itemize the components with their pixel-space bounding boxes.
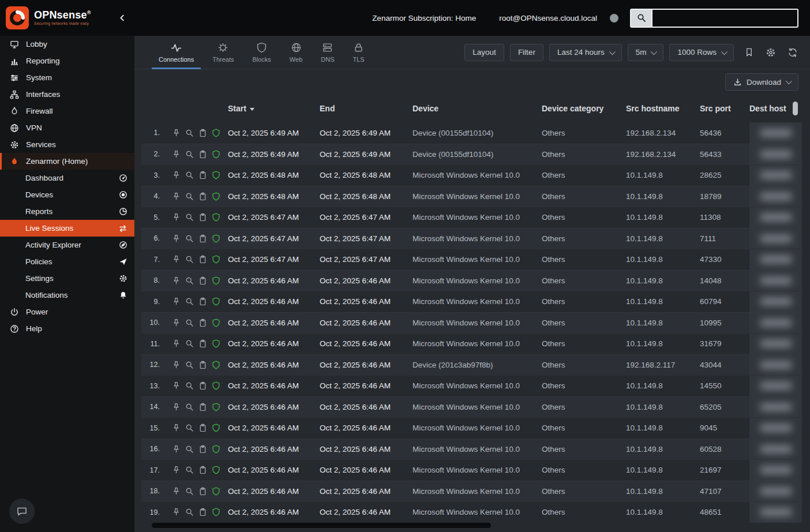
magnifier-icon[interactable] bbox=[185, 318, 194, 328]
column-header-src-port[interactable]: Src port bbox=[700, 104, 749, 113]
search-icon[interactable] bbox=[631, 10, 652, 27]
clipboard-icon[interactable] bbox=[198, 444, 208, 454]
shield-icon[interactable] bbox=[211, 149, 221, 159]
clipboard-icon[interactable] bbox=[198, 318, 208, 328]
chat-bubble-icon[interactable] bbox=[9, 499, 35, 524]
shield-icon[interactable] bbox=[211, 212, 221, 222]
pin-icon[interactable] bbox=[171, 149, 181, 159]
shield-icon[interactable] bbox=[211, 128, 221, 138]
gear-icon[interactable] bbox=[764, 46, 778, 59]
shield-icon[interactable] bbox=[211, 339, 221, 349]
sidebar-subitem-reports[interactable]: Reports bbox=[0, 203, 134, 220]
magnifier-icon[interactable] bbox=[185, 465, 194, 475]
clipboard-icon[interactable] bbox=[198, 297, 208, 306]
table-row[interactable]: 5. Oct 2, 2025 6:47 AM Oct 2, 2025 6:47 … bbox=[141, 207, 802, 228]
magnifier-icon[interactable] bbox=[185, 297, 194, 306]
shield-icon[interactable] bbox=[211, 381, 221, 391]
column-header-src-hostname[interactable]: Src hostname bbox=[626, 104, 700, 113]
shield-icon[interactable] bbox=[211, 486, 221, 496]
sidebar-item-reporting[interactable]: Reporting bbox=[0, 53, 134, 69]
table-row[interactable]: 16. Oct 2, 2025 6:46 AM Oct 2, 2025 6:46… bbox=[141, 439, 802, 460]
tab-connections[interactable]: Connections bbox=[152, 36, 201, 69]
magnifier-icon[interactable] bbox=[185, 170, 194, 180]
shield-icon[interactable] bbox=[211, 507, 221, 517]
clipboard-icon[interactable] bbox=[198, 149, 208, 159]
sidebar-item-interfaces[interactable]: Interfaces bbox=[0, 86, 134, 103]
pin-icon[interactable] bbox=[171, 170, 181, 180]
time-range-dropdown[interactable]: Last 24 hours bbox=[549, 44, 622, 61]
clipboard-icon[interactable] bbox=[198, 360, 208, 370]
pin-icon[interactable] bbox=[171, 339, 181, 349]
table-row[interactable]: 12. Oct 2, 2025 6:46 AM Oct 2, 2025 6:46… bbox=[141, 354, 802, 376]
sidebar-item-power[interactable]: Power bbox=[0, 304, 134, 320]
sidebar-subitem-devices[interactable]: Devices bbox=[0, 186, 134, 203]
table-row[interactable]: 1. Oct 2, 2025 6:49 AM Oct 2, 2025 6:49 … bbox=[141, 122, 802, 144]
filter-button[interactable]: Filter bbox=[510, 44, 543, 61]
table-row[interactable]: 19. Oct 2, 2025 6:46 AM Oct 2, 2025 6:46… bbox=[141, 501, 802, 523]
clipboard-icon[interactable] bbox=[198, 339, 208, 349]
sidebar-item-vpn[interactable]: VPN bbox=[0, 119, 134, 136]
shield-icon[interactable] bbox=[211, 254, 221, 264]
sidebar-subitem-settings[interactable]: Settings bbox=[0, 270, 134, 287]
shield-icon[interactable] bbox=[211, 234, 221, 243]
pin-icon[interactable] bbox=[171, 254, 181, 264]
shield-icon[interactable] bbox=[211, 465, 221, 475]
column-header-start[interactable]: Start bbox=[228, 104, 320, 113]
table-row[interactable]: 4. Oct 2, 2025 6:48 AM Oct 2, 2025 6:48 … bbox=[141, 186, 802, 207]
pin-icon[interactable] bbox=[171, 486, 181, 496]
tab-blocks[interactable]: Blocks bbox=[245, 36, 278, 69]
brand-block[interactable]: OPNsense® Securing networks made easy bbox=[0, 6, 115, 29]
bookmark-icon[interactable] bbox=[742, 46, 756, 59]
sidebar-item-system[interactable]: System bbox=[0, 69, 134, 86]
sidebar-subitem-policies[interactable]: Policies bbox=[0, 253, 134, 270]
pin-icon[interactable] bbox=[171, 360, 181, 370]
column-header-device[interactable]: Device bbox=[412, 104, 542, 113]
shield-icon[interactable] bbox=[211, 444, 221, 454]
sidebar-item-zenarmor[interactable]: Zenarmor (Home) bbox=[0, 153, 134, 170]
pin-icon[interactable] bbox=[171, 381, 181, 391]
column-header-device-category[interactable]: Device category bbox=[542, 104, 626, 113]
column-header-end[interactable]: End bbox=[320, 104, 412, 113]
clipboard-icon[interactable] bbox=[198, 402, 208, 412]
clipboard-icon[interactable] bbox=[198, 212, 208, 222]
magnifier-icon[interactable] bbox=[185, 149, 194, 159]
pin-icon[interactable] bbox=[171, 234, 181, 243]
sidebar-item-help[interactable]: Help bbox=[0, 320, 134, 337]
clipboard-icon[interactable] bbox=[198, 423, 208, 433]
magnifier-icon[interactable] bbox=[185, 192, 194, 201]
table-row[interactable]: 11. Oct 2, 2025 6:46 AM Oct 2, 2025 6:46… bbox=[141, 333, 802, 354]
magnifier-icon[interactable] bbox=[185, 276, 194, 286]
pin-icon[interactable] bbox=[171, 507, 181, 517]
magnifier-icon[interactable] bbox=[185, 212, 194, 222]
shield-icon[interactable] bbox=[211, 276, 221, 286]
clipboard-icon[interactable] bbox=[198, 486, 208, 496]
sidebar-subitem-dashboard[interactable]: Dashboard bbox=[0, 170, 134, 186]
sidebar-item-lobby[interactable]: Lobby bbox=[0, 36, 134, 53]
sidebar-subitem-notifications[interactable]: Notifications bbox=[0, 287, 134, 304]
table-row[interactable]: 13. Oct 2, 2025 6:46 AM Oct 2, 2025 6:46… bbox=[141, 375, 802, 396]
refresh-interval-dropdown[interactable]: 5m bbox=[628, 44, 664, 61]
global-search-input[interactable] bbox=[652, 10, 797, 27]
clipboard-icon[interactable] bbox=[198, 507, 208, 517]
sidebar-subitem-activity-explorer[interactable]: Activity Explorer bbox=[0, 237, 134, 253]
tab-threats[interactable]: Threats bbox=[205, 36, 241, 69]
table-row[interactable]: 2. Oct 2, 2025 6:49 AM Oct 2, 2025 6:49 … bbox=[141, 144, 802, 165]
horizontal-scrollbar-thumb[interactable] bbox=[152, 523, 491, 528]
avatar[interactable] bbox=[610, 14, 618, 23]
table-row[interactable]: 14. Oct 2, 2025 6:46 AM Oct 2, 2025 6:46… bbox=[141, 396, 802, 418]
magnifier-icon[interactable] bbox=[185, 402, 194, 412]
clipboard-icon[interactable] bbox=[198, 170, 208, 180]
table-row[interactable]: 10. Oct 2, 2025 6:46 AM Oct 2, 2025 6:46… bbox=[141, 312, 802, 334]
table-row[interactable]: 18. Oct 2, 2025 6:46 AM Oct 2, 2025 6:46… bbox=[141, 481, 802, 502]
pin-icon[interactable] bbox=[171, 192, 181, 201]
table-row[interactable]: 7. Oct 2, 2025 6:47 AM Oct 2, 2025 6:47 … bbox=[141, 249, 802, 270]
tab-web[interactable]: Web bbox=[283, 36, 309, 69]
magnifier-icon[interactable] bbox=[185, 254, 194, 264]
layout-button[interactable]: Layout bbox=[464, 44, 504, 61]
pin-icon[interactable] bbox=[171, 318, 181, 328]
pin-icon[interactable] bbox=[171, 444, 181, 454]
vertical-scrollbar-thumb[interactable] bbox=[793, 102, 798, 115]
pin-icon[interactable] bbox=[171, 297, 181, 306]
clipboard-icon[interactable] bbox=[198, 276, 208, 286]
tab-tls[interactable]: TLS bbox=[346, 36, 372, 69]
